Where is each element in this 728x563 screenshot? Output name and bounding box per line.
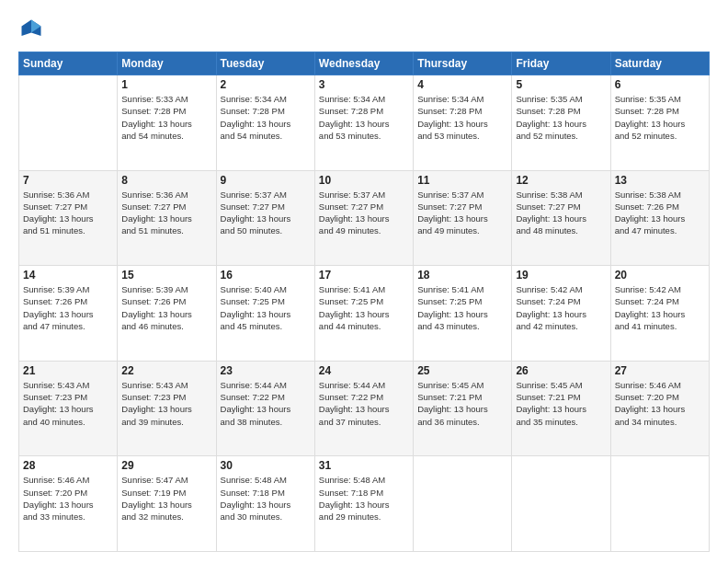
day-number: 17	[319, 269, 409, 282]
day-cell: 30Sunrise: 5:48 AM Sunset: 7:18 PM Dayli…	[216, 456, 314, 552]
day-info: Sunrise: 5:40 AM Sunset: 7:25 PM Dayligh…	[221, 283, 311, 332]
day-cell: 3Sunrise: 5:34 AM Sunset: 7:28 PM Daylig…	[314, 75, 413, 171]
day-cell: 1Sunrise: 5:33 AM Sunset: 7:28 PM Daylig…	[118, 75, 216, 171]
day-info: Sunrise: 5:42 AM Sunset: 7:24 PM Dayligh…	[615, 283, 705, 332]
day-info: Sunrise: 5:37 AM Sunset: 7:27 PM Dayligh…	[417, 189, 507, 237]
day-info: Sunrise: 5:34 AM Sunset: 7:28 PM Dayligh…	[319, 93, 409, 142]
day-number: 15	[121, 269, 211, 282]
day-number: 1	[121, 78, 211, 91]
calendar-table: SundayMondayTuesdayWednesdayThursdayFrid…	[18, 52, 710, 552]
day-cell: 21Sunrise: 5:43 AM Sunset: 7:23 PM Dayli…	[19, 361, 118, 456]
day-info: Sunrise: 5:45 AM Sunset: 7:21 PM Dayligh…	[516, 379, 606, 428]
day-cell: 6Sunrise: 5:35 AM Sunset: 7:28 PM Daylig…	[610, 75, 709, 171]
day-number: 14	[23, 269, 113, 282]
week-row-4: 21Sunrise: 5:43 AM Sunset: 7:23 PM Dayli…	[19, 361, 710, 456]
day-info: Sunrise: 5:34 AM Sunset: 7:28 PM Dayligh…	[417, 93, 507, 142]
week-row-5: 28Sunrise: 5:46 AM Sunset: 7:20 PM Dayli…	[19, 456, 710, 552]
day-number: 5	[516, 78, 606, 91]
day-number: 30	[221, 459, 311, 472]
day-cell: 9Sunrise: 5:37 AM Sunset: 7:27 PM Daylig…	[216, 170, 314, 266]
logo	[18, 17, 48, 42]
day-cell	[19, 75, 118, 171]
day-number: 26	[516, 364, 606, 377]
day-info: Sunrise: 5:44 AM Sunset: 7:22 PM Dayligh…	[221, 379, 311, 428]
day-info: Sunrise: 5:36 AM Sunset: 7:27 PM Dayligh…	[121, 189, 211, 237]
day-number: 8	[121, 174, 211, 187]
day-info: Sunrise: 5:37 AM Sunset: 7:27 PM Dayligh…	[319, 189, 409, 237]
day-info: Sunrise: 5:39 AM Sunset: 7:26 PM Dayligh…	[121, 283, 211, 332]
day-number: 19	[516, 269, 606, 282]
day-number: 16	[221, 269, 311, 282]
day-info: Sunrise: 5:45 AM Sunset: 7:21 PM Dayligh…	[417, 379, 507, 428]
day-number: 31	[319, 459, 409, 472]
day-number: 21	[23, 364, 113, 377]
day-cell: 15Sunrise: 5:39 AM Sunset: 7:26 PM Dayli…	[118, 266, 216, 362]
day-cell: 24Sunrise: 5:44 AM Sunset: 7:22 PM Dayli…	[314, 361, 413, 456]
day-info: Sunrise: 5:35 AM Sunset: 7:28 PM Dayligh…	[516, 93, 606, 142]
calendar-header: SundayMondayTuesdayWednesdayThursdayFrid…	[19, 52, 710, 75]
day-cell: 7Sunrise: 5:36 AM Sunset: 7:27 PM Daylig…	[19, 170, 118, 266]
day-cell	[414, 456, 512, 552]
day-number: 4	[417, 78, 507, 91]
day-info: Sunrise: 5:47 AM Sunset: 7:19 PM Dayligh…	[121, 474, 211, 523]
day-number: 28	[23, 459, 113, 472]
day-number: 2	[221, 78, 311, 91]
day-cell: 29Sunrise: 5:47 AM Sunset: 7:19 PM Dayli…	[118, 456, 216, 552]
column-header-thursday: Thursday	[414, 52, 512, 75]
column-header-tuesday: Tuesday	[216, 52, 314, 75]
day-number: 18	[417, 269, 507, 282]
day-info: Sunrise: 5:43 AM Sunset: 7:23 PM Dayligh…	[23, 379, 113, 428]
day-cell: 17Sunrise: 5:41 AM Sunset: 7:25 PM Dayli…	[314, 266, 413, 362]
day-info: Sunrise: 5:35 AM Sunset: 7:28 PM Dayligh…	[615, 93, 705, 142]
column-header-monday: Monday	[118, 52, 216, 75]
day-number: 12	[516, 174, 606, 187]
day-number: 23	[221, 364, 311, 377]
day-cell: 31Sunrise: 5:48 AM Sunset: 7:18 PM Dayli…	[314, 456, 413, 552]
day-cell: 4Sunrise: 5:34 AM Sunset: 7:28 PM Daylig…	[414, 75, 512, 171]
week-row-2: 7Sunrise: 5:36 AM Sunset: 7:27 PM Daylig…	[19, 170, 710, 266]
day-cell: 11Sunrise: 5:37 AM Sunset: 7:27 PM Dayli…	[414, 170, 512, 266]
day-number: 25	[417, 364, 507, 377]
day-cell: 26Sunrise: 5:45 AM Sunset: 7:21 PM Dayli…	[512, 361, 610, 456]
day-cell: 13Sunrise: 5:38 AM Sunset: 7:26 PM Dayli…	[610, 170, 709, 266]
header-row: SundayMondayTuesdayWednesdayThursdayFrid…	[19, 52, 710, 75]
week-row-3: 14Sunrise: 5:39 AM Sunset: 7:26 PM Dayli…	[19, 266, 710, 362]
day-cell	[610, 456, 709, 552]
column-header-friday: Friday	[512, 52, 610, 75]
day-cell: 25Sunrise: 5:45 AM Sunset: 7:21 PM Dayli…	[414, 361, 512, 456]
day-cell: 14Sunrise: 5:39 AM Sunset: 7:26 PM Dayli…	[19, 266, 118, 362]
day-info: Sunrise: 5:46 AM Sunset: 7:20 PM Dayligh…	[23, 474, 113, 523]
day-info: Sunrise: 5:41 AM Sunset: 7:25 PM Dayligh…	[319, 283, 409, 332]
day-cell: 22Sunrise: 5:43 AM Sunset: 7:23 PM Dayli…	[118, 361, 216, 456]
day-info: Sunrise: 5:46 AM Sunset: 7:20 PM Dayligh…	[615, 379, 705, 428]
page: SundayMondayTuesdayWednesdayThursdayFrid…	[0, 0, 728, 563]
day-info: Sunrise: 5:44 AM Sunset: 7:22 PM Dayligh…	[319, 379, 409, 428]
day-number: 7	[23, 174, 113, 187]
column-header-saturday: Saturday	[610, 52, 709, 75]
day-number: 10	[319, 174, 409, 187]
day-number: 22	[121, 364, 211, 377]
day-cell: 19Sunrise: 5:42 AM Sunset: 7:24 PM Dayli…	[512, 266, 610, 362]
day-info: Sunrise: 5:48 AM Sunset: 7:18 PM Dayligh…	[319, 474, 409, 523]
day-cell: 5Sunrise: 5:35 AM Sunset: 7:28 PM Daylig…	[512, 75, 610, 171]
day-number: 29	[121, 459, 211, 472]
day-info: Sunrise: 5:36 AM Sunset: 7:27 PM Dayligh…	[23, 189, 113, 237]
day-number: 27	[615, 364, 705, 377]
day-cell: 10Sunrise: 5:37 AM Sunset: 7:27 PM Dayli…	[314, 170, 413, 266]
day-info: Sunrise: 5:38 AM Sunset: 7:27 PM Dayligh…	[516, 189, 606, 237]
day-number: 13	[615, 174, 705, 187]
day-number: 11	[417, 174, 507, 187]
day-cell: 8Sunrise: 5:36 AM Sunset: 7:27 PM Daylig…	[118, 170, 216, 266]
calendar-body: 1Sunrise: 5:33 AM Sunset: 7:28 PM Daylig…	[19, 75, 710, 552]
day-number: 9	[221, 174, 311, 187]
week-row-1: 1Sunrise: 5:33 AM Sunset: 7:28 PM Daylig…	[19, 75, 710, 171]
day-info: Sunrise: 5:34 AM Sunset: 7:28 PM Dayligh…	[221, 93, 311, 142]
day-number: 6	[615, 78, 705, 91]
day-info: Sunrise: 5:38 AM Sunset: 7:26 PM Dayligh…	[615, 189, 705, 237]
day-cell: 2Sunrise: 5:34 AM Sunset: 7:28 PM Daylig…	[216, 75, 314, 171]
day-cell: 16Sunrise: 5:40 AM Sunset: 7:25 PM Dayli…	[216, 266, 314, 362]
day-info: Sunrise: 5:41 AM Sunset: 7:25 PM Dayligh…	[417, 283, 507, 332]
header	[18, 17, 710, 42]
day-cell	[512, 456, 610, 552]
day-cell: 28Sunrise: 5:46 AM Sunset: 7:20 PM Dayli…	[19, 456, 118, 552]
